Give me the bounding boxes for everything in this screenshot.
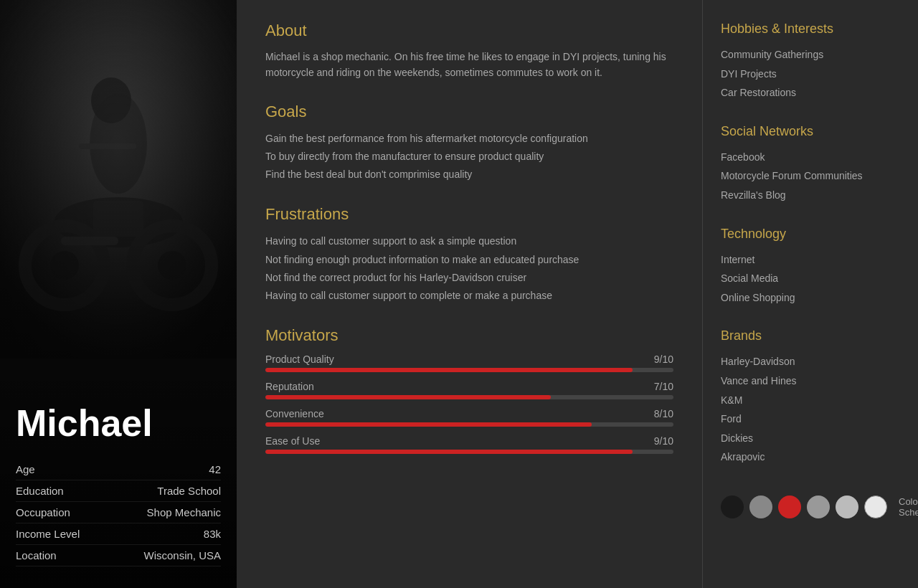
brand-item: Ford <box>721 409 900 429</box>
social-list: FacebookMotorcycle Forum CommunitiesRevz… <box>721 148 900 205</box>
motivators-list: Product Quality 9/10 Reputation 7/10 Con… <box>265 354 673 454</box>
color-swatches <box>721 495 887 518</box>
person-name: Michael <box>16 402 221 445</box>
motivator-row: Convenience 8/10 <box>265 408 673 427</box>
goal-item: Gain the best performance from his after… <box>265 130 673 148</box>
bar-fill <box>265 395 551 399</box>
technology-item: Internet <box>721 250 900 270</box>
frustrations-list: Having to call customer support to ask a… <box>265 232 673 305</box>
hobby-item: DYI Projects <box>721 65 900 84</box>
age-row: Age 42 <box>16 459 221 480</box>
education-row: Education Trade School <box>16 480 221 502</box>
social-title: Social Networks <box>721 124 900 139</box>
bar-track <box>265 368 673 372</box>
color-swatch-light-gray <box>836 495 858 518</box>
goal-item: Find the best deal but don't comprimise … <box>265 166 673 184</box>
location-row: Location Wisconsin, USA <box>16 545 221 566</box>
about-section: About Michael is a shop mechanic. On his… <box>265 22 673 81</box>
main-content: About Michael is a shop mechanic. On his… <box>237 0 703 588</box>
motivator-score: 9/10 <box>654 354 673 365</box>
technology-item: Online Shopping <box>721 288 900 308</box>
occupation-label: Occupation <box>16 506 70 518</box>
occupation-row: Occupation Shop Mechanic <box>16 502 221 523</box>
hobby-item: Car Restorations <box>721 83 900 103</box>
bar-track <box>265 422 673 427</box>
age-value: 42 <box>209 463 221 475</box>
location-value: Wisconsin, USA <box>143 549 221 561</box>
brand-item: Vance and Hines <box>721 371 900 391</box>
right-content: About Michael is a shop mechanic. On his… <box>237 0 918 588</box>
social-item: Motorcycle Forum Communities <box>721 166 900 186</box>
bar-fill <box>265 450 633 454</box>
bar-fill <box>265 368 633 372</box>
motivator-row: Product Quality 9/10 <box>265 354 673 372</box>
social-item: Revzilla's Blog <box>721 186 900 205</box>
color-scheme-label: Color Scheme <box>899 496 918 518</box>
education-value: Trade School <box>157 485 221 497</box>
income-row: Income Level 83k <box>16 523 221 545</box>
bar-fill <box>265 422 592 427</box>
brands-list: Harley-DavidsonVance and HinesK&MFordDic… <box>721 352 900 467</box>
age-label: Age <box>16 463 35 475</box>
motivator-label: Product Quality <box>265 354 334 365</box>
motivator-label: Reputation <box>265 381 314 392</box>
frustration-item: Having to call customer support to ask a… <box>265 232 673 250</box>
occupation-value: Shop Mechanic <box>147 506 221 518</box>
brand-item: Akrapovic <box>721 447 900 467</box>
brands-title: Brands <box>721 328 900 343</box>
technology-title: Technology <box>721 227 900 242</box>
sidebar-right: Hobbies & Interests Community Gatherings… <box>703 0 918 588</box>
motivators-section: Motivators Product Quality 9/10 Reputati… <box>265 326 673 454</box>
goals-section: Goals Gain the best performance from his… <box>265 103 673 184</box>
income-value: 83k <box>204 528 221 540</box>
motivator-score: 8/10 <box>654 408 673 419</box>
technology-list: InternetSocial MediaOnline Shopping <box>721 250 900 308</box>
bar-track <box>265 395 673 399</box>
brands-section: Brands Harley-DavidsonVance and HinesK&M… <box>721 328 900 467</box>
frustration-item: Having to call customer support to compl… <box>265 287 673 305</box>
color-swatch-black <box>721 495 744 518</box>
hobbies-list: Community GatheringsDYI ProjectsCar Rest… <box>721 45 900 103</box>
left-content: Michael Age 42 Education Trade School Oc… <box>0 402 237 588</box>
left-panel: Michael Age 42 Education Trade School Oc… <box>0 0 237 588</box>
frustrations-section: Frustrations Having to call customer sup… <box>265 205 673 305</box>
color-scheme-section: Color Scheme <box>721 488 900 518</box>
about-title: About <box>265 22 673 40</box>
goals-title: Goals <box>265 103 673 121</box>
income-label: Income Level <box>16 528 80 540</box>
motivators-title: Motivators <box>265 326 673 345</box>
color-scheme-row: Color Scheme <box>721 488 900 518</box>
motivator-score: 7/10 <box>654 381 673 392</box>
motivator-label: Convenience <box>265 408 324 419</box>
color-swatch-red <box>778 495 801 518</box>
hobby-item: Community Gatherings <box>721 45 900 65</box>
social-item: Facebook <box>721 148 900 167</box>
location-label: Location <box>16 549 57 561</box>
goals-list: Gain the best performance from his after… <box>265 130 673 184</box>
frustration-item: Not find the correct product for his Har… <box>265 269 673 287</box>
social-section: Social Networks FacebookMotorcycle Forum… <box>721 124 900 205</box>
about-text: Michael is a shop mechanic. On his free … <box>265 49 673 81</box>
color-swatch-white <box>864 495 887 518</box>
brand-item: Harley-Davidson <box>721 352 900 371</box>
goal-item: To buy directly from the manufacturer to… <box>265 148 673 166</box>
education-label: Education <box>16 485 64 497</box>
bar-track <box>265 450 673 454</box>
brand-item: K&M <box>721 391 900 410</box>
color-swatch-dark-gray <box>749 495 772 518</box>
frustrations-title: Frustrations <box>265 205 673 224</box>
motivator-row: Reputation 7/10 <box>265 381 673 399</box>
motivator-score: 9/10 <box>654 435 673 447</box>
hobbies-section: Hobbies & Interests Community Gatherings… <box>721 22 900 103</box>
motivator-label: Ease of Use <box>265 435 320 447</box>
info-table: Age 42 Education Trade School Occupation… <box>16 459 221 566</box>
brand-item: Dickies <box>721 429 900 448</box>
frustration-item: Not finding enough product information t… <box>265 251 673 269</box>
color-swatch-medium-gray <box>807 495 830 518</box>
technology-section: Technology InternetSocial MediaOnline Sh… <box>721 227 900 308</box>
technology-item: Social Media <box>721 269 900 288</box>
motivator-row: Ease of Use 9/10 <box>265 435 673 454</box>
hobbies-title: Hobbies & Interests <box>721 22 900 37</box>
